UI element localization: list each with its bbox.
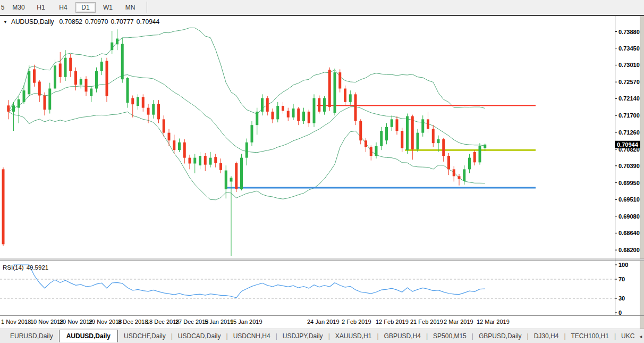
- candle-body: [484, 145, 486, 148]
- timeframe-button-w1[interactable]: W1: [98, 2, 118, 13]
- chart-tab-usdcnh-h4[interactable]: USDCNH,H4: [228, 330, 275, 342]
- timeframe-button-mn[interactable]: MN: [120, 2, 140, 13]
- candle-body: [74, 71, 77, 85]
- price-axis-label: 0.70390: [618, 163, 640, 169]
- time-axis-label: 24 Jan 2019: [307, 319, 340, 325]
- candle-body: [33, 69, 36, 82]
- time-axis-label: 18 Dec 2018: [146, 319, 179, 325]
- ohlc-low: 0.70777: [111, 18, 133, 26]
- tab-scroll-left-icon[interactable]: ◂: [639, 333, 642, 339]
- price-axis-label: 0.68640: [618, 230, 640, 236]
- candle-body: [157, 104, 160, 119]
- candle-body: [193, 158, 196, 164]
- candle-body: [199, 156, 201, 165]
- price-axis-label: 0.71260: [618, 129, 640, 136]
- symbol-dropdown-arrow-icon[interactable]: ▼: [3, 20, 7, 24]
- candle-body: [354, 94, 357, 121]
- time-axis-label: 27 Dec 2018: [175, 319, 208, 325]
- chart-tab-tech100-h1[interactable]: TECH100,H1: [566, 330, 614, 342]
- candle-body: [219, 163, 222, 170]
- time-axis-label: 5 Jan 2019: [205, 319, 233, 325]
- candle-body: [479, 146, 481, 162]
- candle-body: [48, 89, 51, 110]
- candle-body: [442, 139, 445, 156]
- candle-body: [328, 70, 331, 107]
- candle-body: [292, 108, 295, 118]
- chart-tab-gbpusd-daily[interactable]: GBPUSD,Daily: [474, 330, 527, 342]
- candle-body: [287, 111, 290, 117]
- candle-body: [152, 104, 155, 114]
- candle-body: [137, 97, 139, 106]
- candle-body: [225, 171, 227, 189]
- chart-tabs-bar: EURUSD,DailyAUDUSD,DailyUSDCHF,Daily|USD…: [0, 329, 644, 343]
- current-price-value: 0.70944: [617, 141, 639, 148]
- chart-tab-usdjpy-daily[interactable]: USDJPY,Daily: [278, 330, 328, 342]
- candle-body: [189, 158, 191, 164]
- candle-body: [401, 131, 403, 148]
- candle-body: [183, 143, 186, 158]
- candle-body: [178, 143, 181, 150]
- candle-body: [7, 105, 10, 112]
- candle-body: [302, 112, 305, 121]
- candle-body: [406, 116, 409, 150]
- chart-tab-eurusd-daily[interactable]: EURUSD,Daily: [5, 330, 58, 342]
- toolbar-separator: [147, 2, 147, 13]
- candle-body: [168, 133, 171, 140]
- candle-body: [313, 98, 316, 123]
- price-axis-label: 0.69080: [618, 213, 640, 220]
- candle-body: [90, 89, 92, 96]
- tab-scroll-controls: ◂▸: [639, 333, 644, 339]
- timeframe-button-m30[interactable]: M30: [9, 2, 29, 13]
- candle-body: [276, 106, 279, 119]
- rsi-axis-label: 100: [618, 262, 628, 268]
- chart-tab-sp500-m15[interactable]: SP500,M15: [428, 330, 471, 342]
- time-axis-label: 12 Mar 2019: [477, 319, 510, 325]
- candle-body: [173, 140, 175, 150]
- chart-tab-dj30-h4[interactable]: DJ30,H4: [529, 330, 564, 342]
- price-axis-label: 0.73880: [618, 29, 640, 35]
- candle-body: [111, 43, 113, 50]
- candle-body: [473, 152, 476, 163]
- candle-body: [147, 108, 150, 115]
- candle-body: [427, 119, 429, 129]
- candle-body: [69, 58, 72, 71]
- price-chart-canvas[interactable]: 0.738800.734500.730100.725700.721400.717…: [0, 16, 644, 329]
- candle-body: [2, 169, 5, 244]
- chart-tab-usdcad-daily[interactable]: USDCAD,Daily: [173, 330, 226, 342]
- candle-body: [121, 44, 124, 80]
- timeframe-button-h1[interactable]: H1: [31, 2, 51, 13]
- chart-tab-xauusd-h1[interactable]: XAUUSD,H1: [331, 330, 377, 342]
- symbol-name: AUDUSD,Daily: [11, 18, 54, 26]
- time-axis-label: 10 Nov 2018: [30, 319, 63, 325]
- price-axis-label: 0.72570: [618, 79, 640, 85]
- candle-body: [375, 146, 378, 156]
- rsi-axis-label: 30: [618, 295, 625, 302]
- price-axis-label: 0.72140: [618, 95, 640, 102]
- chart-tab-ukc[interactable]: UKC: [616, 330, 639, 342]
- ohlc-open: 0.70852: [60, 18, 82, 26]
- candle-body: [272, 112, 274, 119]
- candle-body: [359, 121, 362, 140]
- time-axis-label: 20 Nov 2018: [60, 319, 92, 325]
- candle-body: [251, 125, 253, 143]
- timeframe-button-h4[interactable]: H4: [53, 2, 73, 13]
- time-axis-label: 1 Nov 2018: [1, 319, 31, 325]
- chart-tab-audusd-daily[interactable]: AUDUSD,Daily: [59, 330, 118, 342]
- candle-body: [308, 112, 310, 123]
- candle-body: [204, 156, 207, 165]
- candle-body: [209, 158, 212, 165]
- candle-body: [297, 108, 300, 121]
- rsi-axis-label: 0: [618, 309, 622, 316]
- chart-tab-usdchf-daily[interactable]: USDCHF,Daily: [119, 330, 171, 342]
- candle-body: [266, 98, 269, 112]
- timeframe-button-d1[interactable]: D1: [75, 2, 96, 13]
- timeframe-button-5[interactable]: 5: [0, 2, 6, 13]
- time-axis-label: 2 Mar 2019: [444, 319, 473, 325]
- chart-tab-gbpusd-h4[interactable]: GBPUSD,H4: [379, 330, 426, 342]
- candle-body: [261, 98, 264, 112]
- candle-body: [235, 163, 238, 189]
- candle-body: [437, 139, 440, 143]
- candle-body: [28, 71, 30, 94]
- time-axis-label: 29 Nov 2018: [89, 319, 122, 325]
- candle-body: [453, 169, 455, 176]
